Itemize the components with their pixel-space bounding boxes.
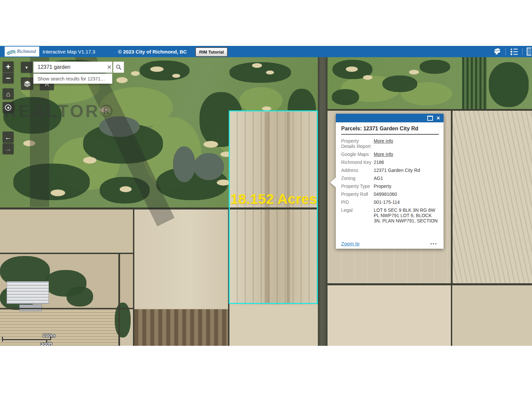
header-bar: Richmond Interactive Map V1.17.3 © 2023 … <box>0 46 532 57</box>
zoom-out-button[interactable]: − <box>3 73 14 84</box>
more-info-link[interactable]: More info <box>374 138 393 144</box>
map-pond-decor <box>173 146 196 182</box>
locate-icon <box>5 104 11 111</box>
map-pond-decor <box>194 153 224 180</box>
divider <box>341 134 439 135</box>
map-bunk-decor <box>409 70 419 74</box>
selected-parcel-outline[interactable] <box>229 110 318 304</box>
popup-pointer <box>330 178 336 188</box>
close-icon[interactable]: ✕ <box>436 116 440 120</box>
panel-toggle-icon-partial[interactable] <box>527 48 531 56</box>
forward-button[interactable]: → <box>3 143 14 154</box>
map-tree-decor <box>332 89 359 105</box>
map-fBP-decor <box>229 305 319 346</box>
scale-metric-label: 100m <box>43 332 55 338</box>
popup-footer: Zoom to ••• <box>336 239 444 249</box>
clear-search-icon[interactable]: ✕ <box>106 64 112 71</box>
scale-line <box>2 339 51 340</box>
map-bline-decor <box>0 253 134 254</box>
map-bline-decor <box>133 209 134 346</box>
parcel-info-popup: ✕ Parcels: 12371 Garden City Rd Property… <box>336 114 444 249</box>
popup-row: Address12371 Garden City Rd <box>341 168 439 173</box>
map-fR4-decor <box>453 285 532 346</box>
copyright-text: © 2023 City of Richmond, BC <box>118 49 187 55</box>
map-tree-decor <box>420 60 450 74</box>
popup-row: Property Details ReportMore info <box>341 138 439 149</box>
map-fair-decor <box>239 87 283 114</box>
row-label: Legal <box>341 207 374 213</box>
scale-tick <box>50 336 51 339</box>
row-label: Zoning <box>341 176 374 181</box>
app-title: Interactive Map V1.17.3 <box>43 49 95 55</box>
popup-row: Google MapsMore info <box>341 152 439 157</box>
map-fB-decor <box>134 309 228 346</box>
search-suggestion-item[interactable]: Show search results for 12371… <box>33 73 112 84</box>
map-tree-decor <box>66 287 93 307</box>
more-info-link[interactable]: More info <box>374 152 393 157</box>
map-canvas[interactable]: REALTOR® 18.152 Acres 100m 300ft <box>0 57 532 346</box>
map-bunk-decor <box>83 157 96 164</box>
popup-row: ZoningAG1 <box>341 176 439 181</box>
map-bunk-decor <box>172 74 180 78</box>
search-button[interactable] <box>113 62 124 73</box>
search-input[interactable] <box>34 64 106 70</box>
row-value: 2186 <box>374 160 384 165</box>
row-label: Google Maps <box>341 152 374 157</box>
map-bunk-decor <box>217 180 230 186</box>
map-bunk-decor <box>203 141 218 148</box>
row-label: Address <box>341 168 374 173</box>
richmond-swoosh-icon <box>6 48 16 55</box>
map-bline-decor <box>328 109 532 111</box>
map-bline-decor <box>328 283 532 285</box>
map-bunk-decor <box>51 190 65 196</box>
rim-tutorial-button[interactable]: RIM Tutorial <box>195 47 228 57</box>
popup-row: PID001-175-114 <box>341 200 439 205</box>
map-bunk-decor <box>116 77 128 83</box>
richmond-logo[interactable]: Richmond <box>5 47 39 57</box>
row-label: PID <box>341 200 374 205</box>
map-bld-decor <box>7 281 49 304</box>
separator <box>522 48 523 55</box>
popup-row: Property Roll049981060 <box>341 192 439 197</box>
bookmarks-icon[interactable] <box>493 47 501 56</box>
more-actions-icon[interactable]: ••• <box>430 242 438 246</box>
map-bline-decor <box>451 285 452 346</box>
row-label: Property Roll <box>341 192 374 197</box>
row-value: Property <box>374 184 391 189</box>
orchard-rows <box>462 57 487 110</box>
map-fM-decor <box>134 209 228 309</box>
map-f1-decor <box>0 209 134 253</box>
row-value: 049981060 <box>374 192 397 197</box>
search-type-dropdown[interactable]: ▼ <box>21 62 32 73</box>
locate-button[interactable] <box>3 102 14 113</box>
zoom-in-button[interactable]: + <box>3 62 14 73</box>
logo-text: Richmond <box>17 49 36 54</box>
map-bline-decor <box>451 111 453 285</box>
map-tree-decor <box>382 75 417 92</box>
map-bunk-decor <box>23 140 35 146</box>
map-bunk-decor <box>266 70 274 74</box>
scale-bar: 100m 300ft <box>1 332 74 346</box>
home-button[interactable]: ⌂ <box>3 88 14 99</box>
zoom-control: + − <box>3 62 14 83</box>
map-tree-decor <box>140 61 190 80</box>
popup-body: Parcels: 12371 Garden City Rd Property D… <box>336 122 444 249</box>
row-value: 001-175-114 <box>374 200 400 205</box>
map-bline-decor <box>118 253 120 346</box>
map-bunk-decor <box>131 71 140 76</box>
layers-button[interactable] <box>21 77 33 90</box>
map-pond-decor <box>99 116 140 137</box>
map-bunk-decor <box>346 66 358 72</box>
popup-titlebar[interactable]: ✕ <box>336 114 444 122</box>
popup-title: Parcels: 12371 Garden City Rd <box>341 126 439 132</box>
zoom-to-link[interactable]: Zoom to <box>341 241 359 246</box>
row-value: 12371 Garden City Rd <box>374 168 420 173</box>
maximize-icon[interactable] <box>427 116 433 121</box>
legend-list-icon[interactable] <box>510 47 518 56</box>
row-value: AG1 <box>374 176 383 181</box>
map-fR3-decor <box>328 285 451 346</box>
map-fR2-decor <box>453 111 532 283</box>
back-button[interactable]: ← <box>3 132 14 143</box>
map-bunk-decor <box>252 63 262 68</box>
header-tools <box>493 46 532 57</box>
